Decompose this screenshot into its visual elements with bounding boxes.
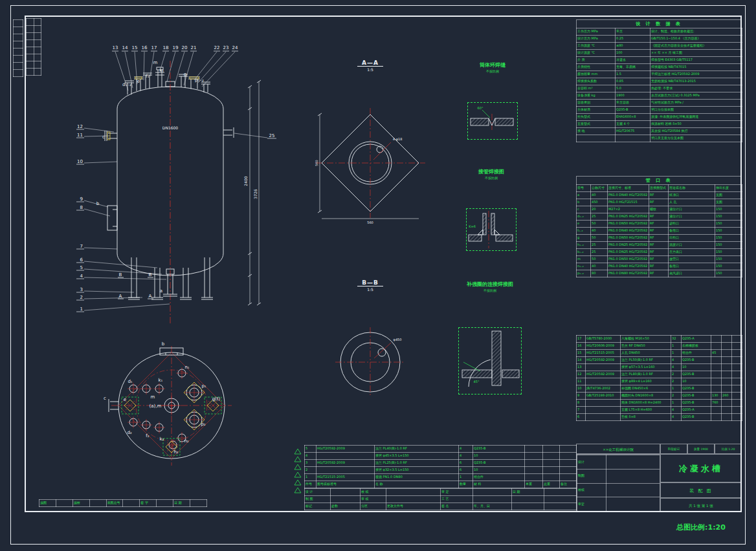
svg-text:16: 16 — [142, 45, 148, 50]
bom-center-rows: 5HG/T20592-2009法兰 PL40(B)-1.0 RF4Q235-B4… — [305, 446, 577, 488]
table-cell: 支座型式 — [577, 121, 616, 128]
table-cell — [543, 460, 560, 467]
table-cell: 150 — [715, 256, 742, 263]
table-cell: 8 — [577, 400, 586, 407]
svg-text:6: 6 — [80, 257, 83, 263]
table-cell: HG/T21515-2005 — [586, 350, 621, 357]
table-cell — [543, 446, 560, 453]
table-cell: 焊条型号 E4303 GB/T5117 — [650, 57, 742, 64]
table-cell: 设计温度 ℃ — [577, 50, 616, 57]
table-cell: 1900 — [616, 92, 650, 100]
table-cell: 150 — [715, 213, 742, 221]
table-cell: RF — [649, 192, 669, 199]
table-cell: 见图 — [715, 192, 742, 199]
weld3-subtitle: 不按比例 — [452, 288, 528, 292]
table-cell — [711, 414, 722, 421]
section-aa-scale: 1:5 — [357, 67, 383, 72]
table-cell: HG/T20606-2009 — [586, 343, 621, 350]
table-cell — [543, 474, 560, 481]
table-cell: 4 — [305, 453, 317, 460]
margin-strip-cells: 描图描校底图总号签 字日 期 — [39, 500, 207, 507]
svg-text:3726: 3726 — [253, 189, 258, 199]
table-cell: 1 — [305, 474, 317, 481]
table-cell — [317, 453, 375, 460]
table-cell: 焊接接头系数 — [577, 78, 616, 85]
table-cell: 80 — [591, 270, 608, 277]
table-cell: 符号 — [577, 185, 591, 192]
table-cell: 备用口 — [669, 263, 715, 270]
table-cell: 液位计口 — [669, 213, 715, 221]
table-cell: 10 — [682, 378, 711, 385]
table-cell — [331, 496, 361, 503]
table-cell: h₁₋₂ — [577, 242, 591, 249]
table-cell: 2 — [305, 467, 317, 474]
table-cell: Q235-A — [682, 336, 711, 343]
table-cell: 9 — [577, 393, 586, 400]
table-cell: M27×2 — [608, 206, 649, 213]
table-cell: 日 期 — [173, 500, 190, 507]
svg-text:22: 22 — [214, 45, 220, 50]
table-cell: 工作压力 MPa — [577, 28, 616, 36]
table-cell: 人 孔 — [669, 199, 715, 206]
table-cell: f₁₋₂ — [577, 228, 591, 235]
table-cell: 1 — [459, 474, 473, 481]
table-cell: ≤80 — [616, 43, 650, 50]
table-cell: 20 — [591, 206, 608, 213]
table-cell — [473, 489, 512, 496]
table-cell: Q235-B — [616, 107, 650, 114]
table-cell: 进料口 — [669, 221, 715, 228]
table-cell — [56, 500, 72, 507]
table-cell: JB/T4736-2002 — [586, 385, 621, 393]
table-cell: g — [577, 235, 591, 242]
table-cell: 4 — [671, 357, 682, 364]
table-cell: 10 — [577, 385, 586, 393]
svg-text:k₂: k₂ — [160, 437, 164, 442]
section-bb-label: B—B — [357, 279, 383, 286]
table-cell: 平焊法兰标准 HG/T20592-2009 — [650, 71, 742, 78]
table-cell: 焊接规程按 NB/T47015 — [650, 64, 742, 71]
table-cell — [89, 500, 106, 507]
table-cell: 法兰 PL50(B)-1.0 RF — [621, 357, 671, 364]
table-cell: PN1.0 DN25 HG/T20592 — [608, 249, 649, 256]
table-cell: Q235-B — [682, 393, 711, 400]
table-cell: 连接面型式 — [649, 185, 669, 192]
signature-table: 设 计校 核审 定日 期制 图审 核工 艺标记处数分区更改文件号签 名年、月、日 — [304, 488, 577, 510]
table-cell: 150 — [715, 235, 742, 242]
table-cell — [512, 503, 544, 510]
table-cell: 签 名 — [441, 503, 473, 510]
svg-text:560: 560 — [315, 160, 318, 166]
table-cell: 公称尺寸 — [591, 185, 608, 192]
svg-text:10: 10 — [77, 159, 83, 164]
table-cell — [732, 343, 742, 350]
table-cell — [722, 400, 732, 407]
svg-text:60°: 60° — [478, 106, 484, 110]
table-cell: 设计压力 MPa — [577, 36, 616, 43]
table-cell: 腐蚀裕量 mm — [577, 71, 616, 78]
table-cell: 4 — [459, 446, 473, 453]
table-cell: 补强圈 DN450×6 — [621, 385, 671, 393]
table-cell: 1 — [671, 343, 682, 350]
table-cell — [711, 371, 722, 378]
table-cell: 更改文件号 — [386, 503, 441, 510]
mass-cell: 质量 1900 — [687, 444, 715, 454]
table-cell — [560, 460, 577, 467]
table-cell: HG/T21515-2005 — [317, 474, 375, 481]
table-cell: 分区 — [361, 503, 386, 510]
table-cell: 45 — [711, 350, 722, 357]
table-cell: GB/T25198-2010 — [586, 393, 621, 400]
table-cell — [732, 350, 742, 357]
table-cell: 液位计口 — [669, 206, 715, 213]
table-cell: 6 — [577, 414, 586, 421]
table-cell: 底图总号 — [106, 500, 123, 507]
table-cell: ×× 年 ×× 月 竣工图 — [650, 50, 742, 57]
table-cell: 校 核 — [361, 489, 386, 496]
bom-right-rows: 17GB/T5780-2000六角螺栓 M16×5032Q235-A16HG/T… — [577, 336, 742, 421]
table-cell: 审 核 — [361, 496, 386, 503]
svg-text:p₁: p₁ — [201, 384, 206, 389]
table-cell — [711, 407, 722, 414]
table-cell: 4 — [671, 414, 682, 421]
table-cell: 32 — [671, 336, 682, 343]
table-cell — [722, 407, 732, 414]
table-cell: RF — [649, 199, 669, 206]
svg-text:p₁₋₂: p₁₋₂ — [195, 78, 204, 83]
